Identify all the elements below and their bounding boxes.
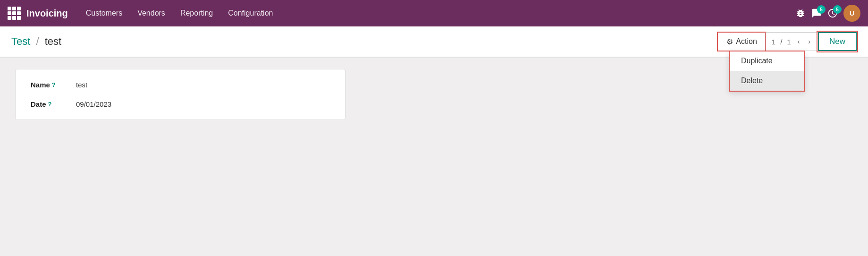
- pagination: 1 / 1 ‹ ›: [766, 32, 818, 51]
- name-help-icon[interactable]: ?: [52, 81, 56, 88]
- next-page-button[interactable]: ›: [806, 37, 812, 46]
- nav-configuration[interactable]: Configuration: [221, 6, 279, 20]
- topnav-icons: 5 5 U: [795, 5, 860, 22]
- brand-logo[interactable]: Invoicing: [26, 8, 68, 19]
- action-label: Action: [736, 37, 757, 46]
- pagination-separator: /: [780, 38, 782, 46]
- messages-icon[interactable]: 5: [811, 8, 822, 18]
- nav-customers[interactable]: Customers: [79, 6, 129, 20]
- action-button[interactable]: ⚙ Action: [717, 32, 765, 51]
- breadcrumb-current: test: [45, 35, 61, 47]
- form-row-name: Name ? test: [31, 81, 330, 89]
- form-row-date: Date ? 09/01/2023: [31, 100, 330, 108]
- toolbar: ⚙ Action 1 / 1 ‹ › New Duplicate Delete: [717, 32, 857, 51]
- date-help-icon[interactable]: ?: [48, 101, 52, 108]
- name-value: test: [76, 81, 87, 89]
- activities-icon[interactable]: 5: [827, 8, 838, 18]
- prev-page-button[interactable]: ‹: [796, 37, 802, 46]
- apps-icon[interactable]: [8, 7, 21, 20]
- date-value: 09/01/2023: [76, 100, 111, 108]
- name-label: Name ?: [31, 81, 68, 89]
- breadcrumb: Test / test: [11, 35, 61, 48]
- new-button[interactable]: New: [818, 32, 857, 51]
- messages-badge: 5: [817, 5, 826, 14]
- activities-badge: 5: [833, 5, 842, 14]
- topnav: Invoicing Customers Vendors Reporting Co…: [0, 0, 868, 26]
- dropdown-item-delete[interactable]: Delete: [730, 71, 804, 91]
- action-dropdown: Duplicate Delete: [729, 51, 805, 91]
- nav-vendors[interactable]: Vendors: [131, 6, 172, 20]
- breadcrumb-bar: Test / test ⚙ Action 1 / 1 ‹ › New Dupli…: [0, 26, 868, 57]
- main-content: Test / test ⚙ Action 1 / 1 ‹ › New Dupli…: [0, 26, 868, 256]
- gear-icon: ⚙: [726, 37, 733, 46]
- breadcrumb-parent[interactable]: Test: [11, 35, 30, 47]
- nav-reporting[interactable]: Reporting: [174, 6, 219, 20]
- pagination-total: 1: [787, 38, 791, 46]
- pagination-current: 1: [772, 38, 775, 46]
- breadcrumb-separator: /: [36, 35, 39, 47]
- debug-icon[interactable]: [795, 8, 806, 18]
- dropdown-item-duplicate[interactable]: Duplicate: [730, 51, 804, 71]
- date-label: Date ?: [31, 100, 68, 108]
- form-card: Name ? test Date ? 09/01/2023: [15, 69, 346, 120]
- avatar[interactable]: U: [843, 5, 860, 22]
